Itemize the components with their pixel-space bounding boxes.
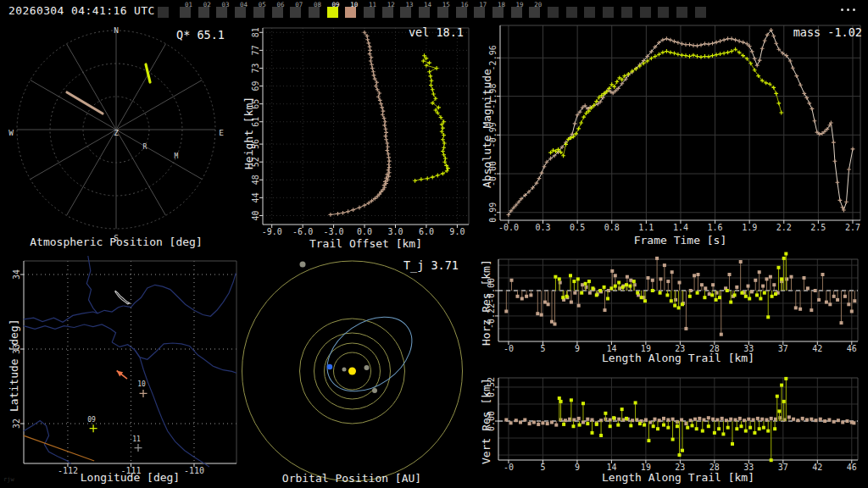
x-tick-label: 0.8 (604, 223, 620, 232)
residual-point (758, 270, 761, 274)
residual-point (825, 301, 828, 304)
x-tick-label: 42 (812, 344, 822, 353)
residual-point (609, 286, 613, 290)
compass-label-N: N (114, 25, 119, 35)
residual-point (676, 424, 679, 428)
residual-point (782, 257, 786, 260)
residual-point (621, 286, 625, 289)
orbital-position-caption: Orbital Position [AU] (250, 472, 453, 485)
frame-button-label: 16 (461, 1, 469, 8)
residual-point (614, 274, 617, 277)
residual-point (782, 400, 786, 403)
residual-point (666, 426, 670, 430)
y-tick-label: 81 (251, 27, 260, 37)
river-line (112, 342, 209, 467)
station-marker-10 (140, 390, 147, 397)
residual-point (509, 421, 513, 424)
residual-point (772, 283, 776, 286)
y-tick-label: 69 (251, 81, 260, 92)
residual-point (581, 421, 585, 424)
residual-point (550, 421, 554, 424)
residual-point (784, 377, 787, 380)
residual-point (595, 293, 598, 297)
residual-point (525, 295, 528, 298)
residual-point (591, 286, 594, 290)
residual-point (701, 430, 704, 433)
frame-slot-blank[interactable] (658, 7, 669, 18)
residual-point (717, 427, 721, 430)
residual-point (570, 301, 573, 304)
x-tick-label: 46 (847, 463, 857, 472)
residual-point (693, 418, 697, 421)
residual-point (770, 417, 773, 420)
frame-slot-blank[interactable] (566, 7, 577, 18)
frame-button-label: 20 (534, 1, 542, 8)
magnitude-ylabel: Absolute Magnitude (481, 69, 493, 188)
frame-slot-blank[interactable] (676, 7, 687, 18)
residual-point (814, 289, 817, 292)
residual-point (777, 266, 781, 269)
residual-point (691, 424, 694, 427)
residual-point (748, 297, 751, 301)
residual-point (610, 269, 614, 273)
spine (498, 259, 858, 341)
residual-point (780, 384, 783, 387)
residual-point (584, 282, 587, 286)
y-tick-label: 40 (251, 210, 260, 220)
spine (263, 28, 469, 225)
frame-slot-blank[interactable] (621, 7, 632, 18)
frame-slot-blank[interactable] (695, 7, 706, 18)
x-tick-label: 2.7 (845, 223, 860, 232)
frame-slot-blank[interactable] (548, 7, 559, 18)
frame-slot-blank[interactable] (158, 7, 169, 18)
azimuth-spoke (116, 44, 166, 130)
residual-point (626, 275, 629, 279)
residual-point (792, 418, 795, 421)
residual-point (617, 281, 620, 285)
reference-marker-R: R (143, 143, 147, 151)
frame-slot-blank[interactable] (640, 7, 651, 18)
residual-point (744, 295, 748, 298)
residual-point (852, 421, 855, 424)
residual-point (671, 418, 675, 421)
residual-point (718, 296, 721, 299)
residual-point (761, 285, 765, 288)
residual-point (550, 320, 554, 324)
frame-button-label: 17 (479, 1, 487, 8)
residual-point (734, 419, 737, 422)
residual-point (632, 280, 636, 283)
residual-point (721, 417, 724, 420)
frame-slot-blank[interactable] (584, 7, 595, 18)
residual-point (796, 419, 799, 422)
residual-point (810, 308, 813, 312)
residual-point (595, 423, 598, 426)
spine (498, 259, 858, 341)
vert-length-xlabel: Length Along Trail [km] (559, 471, 797, 484)
river-line (124, 273, 236, 316)
frame-slot-blank[interactable] (603, 7, 614, 18)
residual-point (670, 270, 674, 274)
residual-point (510, 279, 514, 282)
residual-point (695, 427, 698, 430)
trail-offset-plot: -9.0-6.0-3.00.03.06.09.04044485256616569… (251, 27, 469, 236)
x-tick-label: 1.9 (742, 223, 757, 232)
residual-point (769, 275, 772, 279)
residual-point (681, 302, 684, 306)
station-marker-11 (135, 444, 142, 452)
frame-button-label: 10 (350, 1, 358, 8)
body-mars (372, 388, 377, 393)
frame-selector: 0102030405060708091011121314151617181920 (0, 0, 868, 22)
y-tick-label: 77 (251, 45, 260, 55)
body-sun (348, 368, 356, 375)
residual-point (681, 449, 684, 452)
river-line (135, 343, 236, 373)
body-jupiter (300, 262, 306, 268)
ellipsis-menu-icon[interactable] (841, 8, 855, 11)
residual-point (760, 418, 764, 421)
spine (24, 261, 236, 463)
horz-length-xlabel: Length Along Trail [km] (559, 352, 797, 364)
residual-point (504, 310, 508, 313)
residual-point (599, 434, 603, 437)
residual-point (540, 313, 543, 317)
residual-point (561, 296, 565, 299)
